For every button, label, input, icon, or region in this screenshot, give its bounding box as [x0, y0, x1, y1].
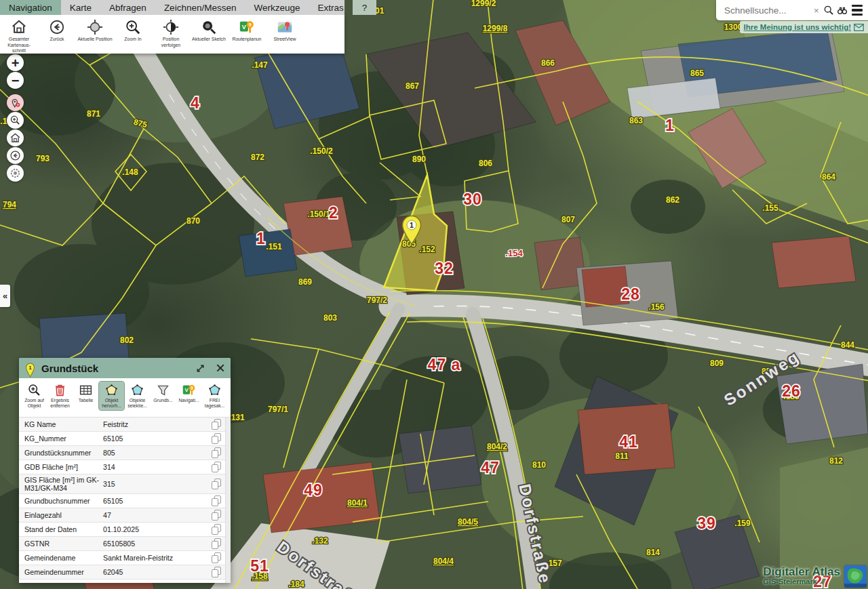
sketch-icon — [201, 19, 217, 35]
follow-position-button[interactable]: Position verfolgen — [152, 19, 190, 48]
table-row: KG_Nummer65105 — [19, 432, 231, 446]
search-icon[interactable] — [823, 3, 834, 18]
map-label: .155 — [762, 203, 778, 213]
copy-icon[interactable] — [212, 538, 221, 549]
binoculars-icon[interactable] — [837, 3, 848, 18]
map-label: .151 — [266, 242, 282, 251]
tab-help[interactable]: ? — [353, 0, 377, 15]
copy-icon[interactable] — [212, 433, 221, 444]
map-label: 803 — [323, 313, 337, 323]
map-label: 794 — [3, 200, 16, 209]
table-row: Grundstücksnummer805 — [19, 446, 231, 460]
current-position-button[interactable]: Aktuelle Position — [76, 19, 114, 43]
map-label: 32 — [435, 260, 454, 277]
svg-text:1: 1 — [410, 221, 414, 229]
sidebar-collapse-handle[interactable]: « — [0, 285, 10, 307]
copy-icon[interactable] — [212, 462, 221, 472]
table-button[interactable]: Tabelle — [73, 382, 98, 405]
zoom-in-button[interactable]: Zoom In — [114, 19, 152, 43]
zoom-to-object-button[interactable]: Zoom auf Objekt — [22, 382, 47, 410]
map-controls: + − — [7, 54, 24, 182]
yellow-polygon-icon — [104, 383, 119, 397]
map-label: 1299/8 — [483, 24, 508, 33]
tab-zeichnen-messen[interactable]: Zeichnen/Messen — [155, 0, 245, 15]
map-label: 871 — [87, 109, 100, 119]
location-marker-button[interactable] — [7, 94, 24, 111]
back-arrow-icon — [9, 150, 21, 161]
svg-text:9: 9 — [191, 386, 193, 390]
magnifier-plus-icon — [9, 115, 21, 126]
map-label: 797/1 — [268, 405, 288, 414]
table-row: GemeindenameSankt Marein-Feistritz — [19, 551, 231, 565]
map-label: .184 — [288, 580, 304, 589]
feedback-link[interactable]: Ihre Meinung ist uns wichtig! — [740, 21, 868, 33]
current-sketch-button[interactable]: Aktueller Sketch — [190, 19, 228, 43]
menu-icon[interactable] — [852, 5, 863, 16]
highlight-object-button[interactable]: Objekt hervorh... — [99, 382, 124, 410]
tab-karte[interactable]: Karte — [61, 0, 100, 15]
home-extent-button[interactable] — [7, 129, 24, 146]
position-follow-icon — [163, 19, 179, 35]
copy-icon[interactable] — [212, 552, 221, 563]
map-label: 806 — [479, 159, 492, 168]
map-label: 807 — [561, 215, 575, 224]
map-label: 1 — [256, 230, 266, 247]
map-label: 28 — [621, 285, 640, 303]
map-label: 49 — [304, 481, 323, 499]
map-zoom-in-button[interactable]: + — [7, 54, 24, 71]
search-clear-icon[interactable]: × — [812, 5, 821, 16]
table-icon — [79, 383, 93, 397]
map-label: .152 — [419, 245, 435, 254]
select-objects-button[interactable]: Objekte selektie... — [125, 382, 150, 410]
grundbuch-button[interactable]: Grundb... — [151, 382, 176, 405]
marker-pin-icon: 1 — [24, 361, 36, 378]
panel-header[interactable]: 1 Grundstück × — [19, 358, 231, 378]
map-label: 797/2 — [367, 296, 387, 305]
attribute-table: KG NameFeistritz KG_Nummer65105 Grundstü… — [19, 417, 231, 583]
remove-result-button[interactable]: Ergebnis entfernen — [47, 382, 73, 410]
map-label: 869 — [298, 277, 312, 287]
zoom-box-button[interactable] — [7, 112, 24, 129]
tab-abfragen[interactable]: Abfragen — [100, 0, 155, 15]
copy-icon[interactable] — [212, 510, 221, 521]
map-label: 793 — [36, 154, 50, 163]
search-bar: × — [716, 0, 868, 20]
streetview-button[interactable]: StreetView — [266, 19, 304, 43]
route-icon: V9 — [239, 19, 255, 35]
map-label: 862 — [666, 195, 679, 205]
map-label: 870 — [186, 216, 200, 226]
back-button[interactable]: Zurück — [38, 19, 76, 43]
panel-expand-button[interactable] — [195, 363, 206, 374]
tab-navigation[interactable]: Navigation — [0, 0, 61, 15]
map-label: .159 — [734, 519, 751, 528]
copy-icon[interactable] — [212, 524, 221, 535]
track-position-button[interactable] — [7, 165, 24, 182]
panel-scrollbar[interactable] — [225, 418, 231, 583]
steiermark-logo-icon — [844, 565, 867, 588]
copy-icon[interactable] — [212, 567, 221, 577]
crosshair-icon — [87, 19, 103, 35]
cyan-polygon-icon — [208, 383, 222, 397]
full-extent-button[interactable]: Gesamter Kartenaus- schnitt — [0, 19, 38, 54]
table-row: Einlagezahl47 — [19, 508, 231, 523]
frei-layer-button[interactable]: FREI tagesak... — [202, 382, 227, 410]
copy-icon[interactable] — [212, 419, 221, 430]
map-zoom-out-button[interactable]: − — [7, 72, 24, 89]
map-label: 804/2 — [487, 442, 507, 451]
envelope-icon — [854, 24, 864, 31]
tab-extras[interactable]: Extras — [309, 0, 352, 15]
navigation-button[interactable]: V9 Navigati... — [176, 382, 201, 405]
map-label: 867 — [406, 81, 419, 91]
home-icon — [9, 132, 21, 144]
copy-icon[interactable] — [212, 447, 221, 458]
svg-text:9: 9 — [248, 22, 252, 28]
result-panel: 1 Grundstück × Zoom auf Objekt Ergebnis … — [19, 358, 231, 583]
previous-extent-button[interactable] — [7, 147, 24, 164]
map-label: .132 — [312, 536, 328, 546]
search-input[interactable] — [723, 5, 812, 16]
route-icon: V9 — [182, 383, 196, 397]
copy-icon[interactable] — [212, 495, 221, 506]
copy-icon[interactable] — [212, 479, 221, 489]
route-planner-button[interactable]: V9 Routenplanun — [228, 19, 266, 43]
tab-werkzeuge[interactable]: Werkzeuge — [245, 0, 309, 15]
